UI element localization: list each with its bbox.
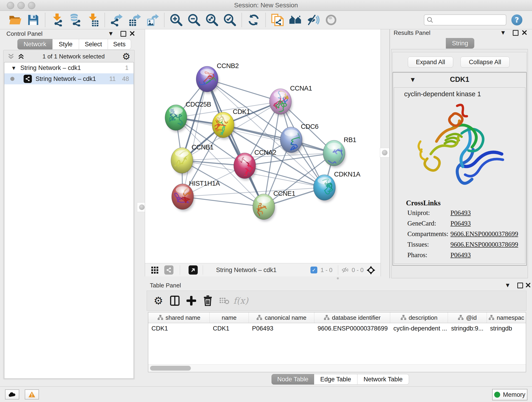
zoom-in-button[interactable] xyxy=(167,12,185,28)
divider xyxy=(338,265,338,275)
expand-all-icon[interactable] xyxy=(17,52,25,60)
crosslink-genecard-link[interactable]: P06493 xyxy=(450,220,471,227)
collection-expander-icon[interactable]: ▼ xyxy=(12,65,15,70)
results-panel-float-icon[interactable] xyxy=(513,30,519,36)
control-panel-float-icon[interactable] xyxy=(120,31,126,37)
tab-sets[interactable]: Sets xyxy=(108,39,131,50)
network-canvas[interactable]: CCNB2CCNA1CDC25BCDK1CDC6RB1CCNB1CCNA2CDK… xyxy=(145,29,381,263)
warnings-button[interactable] xyxy=(25,389,39,400)
results-panel-menu-icon[interactable]: ▼ xyxy=(501,30,505,35)
show-all-button[interactable] xyxy=(322,12,340,28)
crosslink-pharos-link[interactable]: P06493 xyxy=(450,251,471,259)
network-list-toolbar: 1 of 1 Network selected ⚙ xyxy=(4,51,134,62)
apply-layout-button[interactable] xyxy=(245,12,263,28)
cell-id[interactable]: stringdb:9... xyxy=(448,323,487,334)
right-splitter[interactable] xyxy=(381,29,390,278)
node-label-CDK1: CDK1 xyxy=(233,108,250,115)
show-columns-button[interactable] xyxy=(167,293,183,309)
cell-namespace[interactable]: stringdb xyxy=(487,323,526,334)
left-splitter[interactable] xyxy=(136,29,145,386)
tab-select[interactable]: Select xyxy=(79,39,108,50)
tab-edge-table[interactable]: Edge Table xyxy=(314,374,357,385)
delete-column-button[interactable] xyxy=(200,293,216,309)
help-button[interactable]: ? xyxy=(511,14,522,26)
node-label-CCNA2: CCNA2 xyxy=(254,149,276,156)
tab-node-table[interactable]: Node Table xyxy=(272,374,314,385)
import-network-from-database-button[interactable] xyxy=(66,12,84,28)
network-edge[interactable] xyxy=(183,187,324,197)
export-table-button[interactable] xyxy=(126,12,143,28)
network-row[interactable]: String Network – cdk1 11 48 xyxy=(4,73,133,84)
open-in-window-icon[interactable] xyxy=(189,265,198,274)
table-panel-float-icon[interactable] xyxy=(517,283,523,288)
import-network-from-file-button[interactable] xyxy=(48,12,66,28)
cell-shared-name[interactable]: CDK1 xyxy=(148,323,210,334)
hide-selection-button[interactable] xyxy=(304,12,322,28)
crosslink-uniprot-link[interactable]: P06493 xyxy=(450,209,471,217)
network-edge[interactable] xyxy=(183,197,264,207)
cell-canonical-name[interactable]: P06493 xyxy=(249,323,314,334)
crosslink-label: GeneCard: xyxy=(407,220,436,227)
horizontal-splitter[interactable] xyxy=(145,276,530,280)
tab-network-table[interactable]: Network Table xyxy=(357,374,409,385)
column-header-name[interactable]: name xyxy=(210,313,249,323)
results-panel-close-icon[interactable] xyxy=(522,30,527,35)
collapse-all-button[interactable]: Collapse All xyxy=(461,57,510,68)
column-header-canonical-name[interactable]: canonical name xyxy=(249,313,314,323)
grid-view-icon[interactable] xyxy=(151,266,159,274)
table-panel-menu-icon[interactable]: ▼ xyxy=(506,282,509,288)
results-panel-tabs: String xyxy=(446,38,474,49)
birds-eye-toggle-icon[interactable] xyxy=(366,266,375,275)
memory-button[interactable]: Memory xyxy=(492,389,527,400)
change-species-button[interactable] xyxy=(286,12,304,28)
create-column-button[interactable] xyxy=(183,293,200,309)
column-header-id[interactable]: @id xyxy=(448,313,487,323)
table-options-button[interactable]: ⚙ xyxy=(150,293,167,309)
new-network-from-selection-button[interactable] xyxy=(268,12,286,28)
open-session-button[interactable] xyxy=(6,12,24,28)
network-edge[interactable] xyxy=(183,79,207,197)
cell-name[interactable]: CDK1 xyxy=(210,323,249,334)
export-table-icon xyxy=(128,13,141,26)
export-image-button[interactable] xyxy=(143,12,161,28)
column-network-icon xyxy=(458,315,464,321)
export-network-button[interactable] xyxy=(108,12,126,28)
network-options-gear-icon[interactable]: ⚙ xyxy=(122,52,130,61)
string-view-icon[interactable] xyxy=(164,265,173,274)
collapse-all-icon[interactable] xyxy=(7,52,15,60)
tab-style[interactable]: Style xyxy=(52,39,79,50)
network-view-toolbar: String Network – cdk1 ✓ 1 - 0 0 - 0 xyxy=(145,263,381,276)
cell-description[interactable]: cyclin-dependent ... xyxy=(390,323,448,334)
tab-network[interactable]: Network xyxy=(17,39,52,50)
zoom-fit-button[interactable] xyxy=(203,12,221,28)
cloud-button[interactable] xyxy=(5,389,19,400)
import-table-from-file-button[interactable] xyxy=(84,12,102,28)
selected-items-checkbox[interactable]: ✓ xyxy=(310,267,317,274)
crosslink-label: Uniprot: xyxy=(407,209,430,217)
table-panel-close-icon[interactable] xyxy=(526,283,531,288)
control-panel-close-icon[interactable] xyxy=(130,31,135,36)
column-header-namespace[interactable]: namespac xyxy=(487,313,526,323)
expand-all-button[interactable]: Expand All xyxy=(408,57,453,68)
scrollbar-thumb[interactable] xyxy=(150,366,191,370)
save-session-button[interactable] xyxy=(24,12,42,28)
tab-string[interactable]: String xyxy=(446,38,474,49)
results-panel: Results Panel ▼ String Expand All Collap… xyxy=(389,29,530,278)
table-row[interactable]: CDK1 CDK1 P06493 9606.ENSP00000378699 cy… xyxy=(148,323,526,334)
current-network-name: String Network – cdk1 xyxy=(216,263,277,277)
zoom-out-button[interactable] xyxy=(185,12,203,28)
control-panel-menu-icon[interactable]: ▼ xyxy=(109,31,113,36)
crosslink-compartments-link[interactable]: 9606.ENSP00000378699 xyxy=(450,230,518,238)
toolbar-separator xyxy=(45,13,45,27)
column-header-shared-name[interactable]: shared name xyxy=(148,313,210,323)
zoom-selected-button[interactable] xyxy=(221,12,239,28)
column-header-description[interactable]: description xyxy=(390,313,448,323)
table-horizontal-scrollbar[interactable] xyxy=(148,364,526,372)
crosslink-tissues-link[interactable]: 9606.ENSP00000378699 xyxy=(450,241,518,248)
search-input[interactable] xyxy=(433,16,499,24)
network-collection-row[interactable]: ▼ String Network – cdk1 1 xyxy=(4,62,133,73)
column-header-database-identifier[interactable]: database identifier xyxy=(314,313,390,323)
right-splitter-handle[interactable] xyxy=(380,148,389,157)
cell-database-identifier[interactable]: 9606.ENSP00000378699 xyxy=(314,323,390,334)
import-network-icon xyxy=(51,13,63,26)
